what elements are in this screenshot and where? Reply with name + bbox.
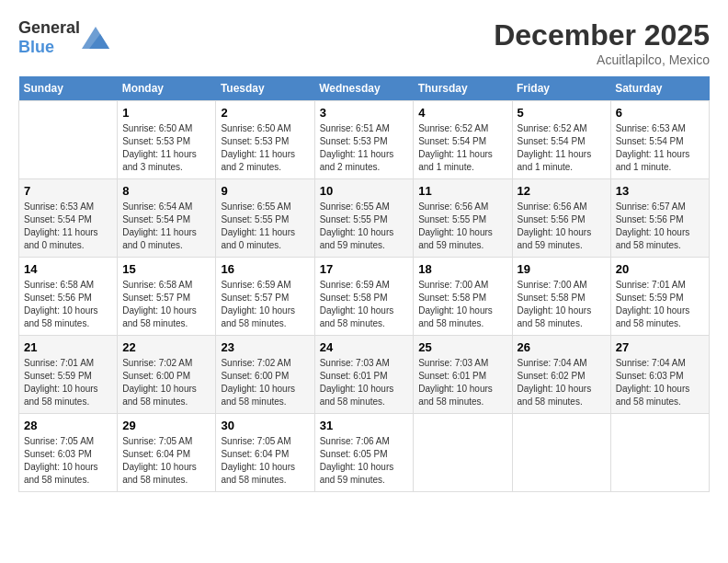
day-cell: 29Sunrise: 7:05 AMSunset: 6:04 PMDayligh… [118, 414, 216, 492]
day-info: Sunrise: 6:59 AMSunset: 5:57 PMDaylight:… [221, 279, 309, 330]
day-cell [414, 414, 512, 492]
day-cell: 8Sunrise: 6:54 AMSunset: 5:54 PMDaylight… [118, 179, 216, 258]
week-row-5: 28Sunrise: 7:05 AMSunset: 6:03 PMDayligh… [19, 414, 710, 492]
day-number: 5 [518, 106, 606, 120]
col-header-monday: Monday [118, 76, 216, 101]
day-cell: 15Sunrise: 6:58 AMSunset: 5:57 PMDayligh… [118, 258, 216, 336]
day-info: Sunrise: 6:57 AMSunset: 5:56 PMDaylight:… [616, 201, 704, 252]
day-info: Sunrise: 6:50 AMSunset: 5:53 PMDaylight:… [122, 122, 210, 174]
day-info: Sunrise: 7:05 AMSunset: 6:04 PMDaylight:… [122, 435, 210, 487]
title-section: December 2025 Acuitlapilco, Mexico [494, 18, 710, 67]
day-cell: 14Sunrise: 6:58 AMSunset: 5:56 PMDayligh… [19, 258, 118, 336]
day-cell: 9Sunrise: 6:55 AMSunset: 5:55 PMDaylight… [216, 179, 314, 258]
col-header-tuesday: Tuesday [216, 76, 314, 101]
day-cell: 12Sunrise: 6:56 AMSunset: 5:56 PMDayligh… [512, 179, 610, 258]
day-number: 31 [320, 419, 409, 432]
day-cell: 20Sunrise: 7:01 AMSunset: 5:59 PMDayligh… [610, 258, 709, 336]
day-number: 20 [616, 262, 704, 276]
day-cell: 10Sunrise: 6:55 AMSunset: 5:55 PMDayligh… [314, 179, 414, 258]
day-info: Sunrise: 6:55 AMSunset: 5:55 PMDaylight:… [221, 201, 309, 252]
day-info: Sunrise: 7:05 AMSunset: 6:04 PMDaylight:… [221, 435, 309, 487]
day-number: 15 [122, 262, 210, 276]
day-info: Sunrise: 6:56 AMSunset: 5:55 PMDaylight:… [418, 201, 506, 252]
day-cell [512, 414, 610, 492]
day-info: Sunrise: 6:50 AMSunset: 5:53 PMDaylight:… [221, 122, 309, 174]
day-info: Sunrise: 6:59 AMSunset: 5:58 PMDaylight:… [320, 279, 409, 330]
day-cell: 16Sunrise: 6:59 AMSunset: 5:57 PMDayligh… [216, 258, 314, 336]
day-cell: 13Sunrise: 6:57 AMSunset: 5:56 PMDayligh… [610, 179, 709, 258]
day-cell: 21Sunrise: 7:01 AMSunset: 5:59 PMDayligh… [19, 336, 118, 414]
day-number: 17 [320, 262, 409, 276]
day-info: Sunrise: 7:05 AMSunset: 6:03 PMDaylight:… [24, 435, 112, 487]
day-info: Sunrise: 7:01 AMSunset: 5:59 PMDaylight:… [616, 279, 704, 330]
day-number: 7 [24, 184, 112, 198]
col-header-wednesday: Wednesday [314, 76, 414, 101]
week-row-2: 7Sunrise: 6:53 AMSunset: 5:54 PMDaylight… [19, 179, 710, 258]
logo-text: General Blue [18, 18, 80, 57]
day-info: Sunrise: 7:00 AMSunset: 5:58 PMDaylight:… [518, 279, 606, 330]
day-cell: 27Sunrise: 7:04 AMSunset: 6:03 PMDayligh… [610, 336, 709, 414]
day-info: Sunrise: 7:01 AMSunset: 5:59 PMDaylight:… [24, 357, 112, 408]
day-number: 8 [122, 184, 210, 198]
day-number: 23 [221, 340, 309, 354]
day-number: 3 [320, 106, 409, 120]
day-cell: 1Sunrise: 6:50 AMSunset: 5:53 PMDaylight… [118, 101, 216, 179]
day-info: Sunrise: 7:04 AMSunset: 6:03 PMDaylight:… [616, 357, 704, 408]
day-number: 22 [122, 340, 210, 354]
day-cell: 28Sunrise: 7:05 AMSunset: 6:03 PMDayligh… [19, 414, 118, 492]
day-number: 10 [320, 184, 409, 198]
day-number: 1 [122, 106, 210, 120]
logo: General Blue [18, 18, 109, 57]
day-cell: 3Sunrise: 6:51 AMSunset: 5:53 PMDaylight… [314, 101, 414, 179]
day-info: Sunrise: 6:53 AMSunset: 5:54 PMDaylight:… [24, 201, 112, 252]
day-info: Sunrise: 6:51 AMSunset: 5:53 PMDaylight:… [320, 122, 409, 174]
day-number: 27 [616, 340, 704, 354]
day-cell [610, 414, 709, 492]
col-header-thursday: Thursday [414, 76, 512, 101]
day-number: 21 [24, 340, 112, 354]
day-number: 28 [24, 419, 112, 432]
day-number: 25 [418, 340, 506, 354]
day-number: 11 [418, 184, 506, 198]
day-cell: 7Sunrise: 6:53 AMSunset: 5:54 PMDaylight… [19, 179, 118, 258]
day-number: 29 [122, 419, 210, 432]
day-info: Sunrise: 7:03 AMSunset: 6:01 PMDaylight:… [320, 357, 409, 408]
day-cell: 24Sunrise: 7:03 AMSunset: 6:01 PMDayligh… [314, 336, 414, 414]
calendar-table: SundayMondayTuesdayWednesdayThursdayFrid… [18, 76, 710, 492]
col-header-friday: Friday [512, 76, 610, 101]
day-number: 26 [518, 340, 606, 354]
day-info: Sunrise: 6:53 AMSunset: 5:54 PMDaylight:… [616, 122, 704, 174]
day-info: Sunrise: 6:58 AMSunset: 5:56 PMDaylight:… [24, 279, 112, 330]
col-header-saturday: Saturday [610, 76, 709, 101]
day-cell: 26Sunrise: 7:04 AMSunset: 6:02 PMDayligh… [512, 336, 610, 414]
location-title: Acuitlapilco, Mexico [494, 52, 710, 67]
day-cell: 17Sunrise: 6:59 AMSunset: 5:58 PMDayligh… [314, 258, 414, 336]
day-number: 16 [221, 262, 309, 276]
day-info: Sunrise: 7:00 AMSunset: 5:58 PMDaylight:… [418, 279, 506, 330]
day-number: 19 [518, 262, 606, 276]
day-number: 4 [418, 106, 506, 120]
day-number: 9 [221, 184, 309, 198]
day-info: Sunrise: 7:06 AMSunset: 6:05 PMDaylight:… [320, 435, 409, 487]
day-cell: 19Sunrise: 7:00 AMSunset: 5:58 PMDayligh… [512, 258, 610, 336]
day-info: Sunrise: 7:02 AMSunset: 6:00 PMDaylight:… [122, 357, 210, 408]
week-row-1: 1Sunrise: 6:50 AMSunset: 5:53 PMDaylight… [19, 101, 710, 179]
day-info: Sunrise: 6:58 AMSunset: 5:57 PMDaylight:… [122, 279, 210, 330]
day-number: 18 [418, 262, 506, 276]
day-cell: 25Sunrise: 7:03 AMSunset: 6:01 PMDayligh… [414, 336, 512, 414]
day-number: 6 [616, 106, 704, 120]
day-cell: 2Sunrise: 6:50 AMSunset: 5:53 PMDaylight… [216, 101, 314, 179]
day-number: 12 [518, 184, 606, 198]
day-cell: 31Sunrise: 7:06 AMSunset: 6:05 PMDayligh… [314, 414, 414, 492]
day-cell: 30Sunrise: 7:05 AMSunset: 6:04 PMDayligh… [216, 414, 314, 492]
day-info: Sunrise: 6:52 AMSunset: 5:54 PMDaylight:… [418, 122, 506, 174]
day-info: Sunrise: 6:54 AMSunset: 5:54 PMDaylight:… [122, 201, 210, 252]
logo-blue: Blue [18, 38, 54, 56]
day-cell: 23Sunrise: 7:02 AMSunset: 6:00 PMDayligh… [216, 336, 314, 414]
day-cell: 4Sunrise: 6:52 AMSunset: 5:54 PMDaylight… [414, 101, 512, 179]
day-info: Sunrise: 6:55 AMSunset: 5:55 PMDaylight:… [320, 201, 409, 252]
header-row: SundayMondayTuesdayWednesdayThursdayFrid… [19, 76, 710, 101]
page-header: General Blue December 2025 Acuitlapilco,… [18, 18, 710, 67]
day-cell [19, 101, 118, 179]
day-info: Sunrise: 7:03 AMSunset: 6:01 PMDaylight:… [418, 357, 506, 408]
